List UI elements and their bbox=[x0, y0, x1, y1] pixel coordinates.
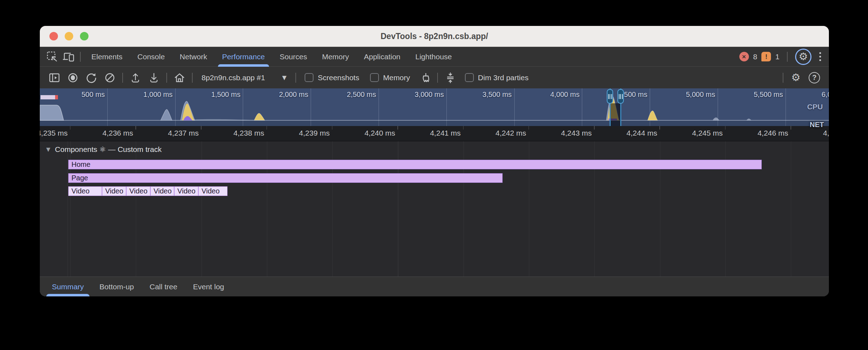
active-bottom-tab-underline bbox=[46, 294, 90, 297]
separator bbox=[295, 73, 296, 83]
ruler-labels: 4,235 ms4,236 ms4,237 ms4,238 ms4,239 ms… bbox=[40, 126, 829, 137]
ruler-label: 4,242 ms bbox=[464, 126, 529, 137]
issue-count: 1 bbox=[775, 53, 779, 61]
tab-lighthouse[interactable]: Lighthouse bbox=[408, 47, 459, 67]
ruler-label: 4,246 ms bbox=[725, 126, 791, 137]
timing-span-home[interactable]: Home bbox=[68, 160, 762, 169]
chevron-down-icon: ▼ bbox=[282, 74, 286, 81]
separator bbox=[80, 52, 81, 62]
ruler-label: 4,239 ms bbox=[267, 126, 332, 137]
track-row: VideoVideoVideoVideoVideoVideo bbox=[40, 186, 829, 196]
separator bbox=[783, 73, 783, 83]
screenshots-checkbox[interactable] bbox=[305, 73, 314, 82]
reload-record-icon[interactable] bbox=[83, 70, 100, 86]
memory-checkbox[interactable] bbox=[370, 73, 379, 82]
overview-clip: 500 ms1,000 ms1,500 ms2,000 ms2,500 ms3,… bbox=[40, 88, 829, 126]
tab-bottom-up[interactable]: Bottom-up bbox=[92, 277, 142, 297]
capture-settings-gear-icon[interactable]: ⚙ bbox=[788, 70, 804, 86]
track-row: Home bbox=[40, 160, 829, 169]
traffic-lights bbox=[49, 26, 89, 47]
status-badges: × 8 ! 1 ⚙ bbox=[739, 49, 825, 65]
net-lane-label: NET bbox=[810, 121, 824, 129]
clear-icon[interactable] bbox=[102, 70, 118, 86]
ruler-label: 4,244 ms bbox=[595, 126, 660, 137]
tab-network[interactable]: Network bbox=[172, 47, 215, 67]
devtools-window: DevTools - 8p2n9n.csb.app/ ElementsConso… bbox=[40, 26, 829, 296]
track-area[interactable]: ▼ Components ⚛ — Custom track HomePageVi… bbox=[40, 141, 829, 277]
help-icon[interactable]: ? bbox=[806, 70, 823, 86]
tab-elements[interactable]: Elements bbox=[84, 47, 130, 67]
tab-summary[interactable]: Summary bbox=[44, 277, 92, 297]
issues-badge-icon[interactable]: ! bbox=[761, 52, 771, 61]
screenshots-label: Screenshots bbox=[318, 73, 359, 82]
zoom-window-button[interactable] bbox=[80, 32, 89, 40]
toggle-sidebar-icon[interactable] bbox=[46, 70, 63, 86]
tab-sources[interactable]: Sources bbox=[272, 47, 315, 67]
separator bbox=[192, 73, 193, 83]
ruler-label: 4,238 ms bbox=[202, 126, 267, 137]
timing-span-video[interactable]: Video bbox=[150, 186, 174, 196]
tab-application[interactable]: Application bbox=[357, 47, 408, 67]
timing-span-video[interactable]: Video bbox=[102, 186, 126, 196]
close-window-button[interactable] bbox=[49, 32, 58, 40]
tab-memory[interactable]: Memory bbox=[315, 47, 357, 67]
error-count: 8 bbox=[753, 53, 757, 61]
time-ruler: 4,235 ms4,236 ms4,237 ms4,238 ms4,239 ms… bbox=[40, 126, 829, 141]
track-row: Page bbox=[40, 173, 829, 183]
active-tab-underline bbox=[218, 64, 269, 67]
upload-profile-icon[interactable] bbox=[127, 70, 144, 86]
ruler-label: 4,235 ms bbox=[40, 126, 70, 137]
garbage-collect-icon[interactable] bbox=[417, 70, 433, 86]
window-title: DevTools - 8p2n9n.csb.app/ bbox=[381, 32, 488, 41]
bottom-tab-bar: SummaryBottom-upCall treeEvent log bbox=[40, 277, 829, 296]
timeline-overview[interactable]: 500 ms1,000 ms1,500 ms2,000 ms2,500 ms3,… bbox=[40, 88, 829, 126]
timing-span-video[interactable]: Video bbox=[174, 186, 198, 196]
timing-span-video[interactable]: Video bbox=[198, 186, 227, 196]
titlebar: DevTools - 8p2n9n.csb.app/ bbox=[40, 26, 829, 47]
main-tabs: ElementsConsoleNetworkPerformanceSources… bbox=[84, 47, 459, 67]
download-profile-icon[interactable] bbox=[146, 70, 162, 86]
components-track-title: Components ⚛ — Custom track bbox=[55, 145, 162, 154]
ruler-label: 4,245 ms bbox=[660, 126, 725, 137]
main-tab-bar: ElementsConsoleNetworkPerformanceSources… bbox=[40, 47, 829, 67]
tab-call-tree[interactable]: Call tree bbox=[142, 277, 185, 297]
screenshots-checkbox-item[interactable]: Screenshots bbox=[305, 73, 359, 82]
dim-third-parties-checkbox-item[interactable]: Dim 3rd parties bbox=[465, 73, 529, 82]
settings-focus-ring: ⚙ bbox=[795, 49, 811, 65]
dim-third-parties-checkbox[interactable] bbox=[465, 73, 474, 82]
more-options-icon[interactable] bbox=[816, 52, 825, 61]
home-icon[interactable] bbox=[171, 70, 188, 86]
selection-right-handle[interactable] bbox=[617, 89, 624, 104]
device-toolbar-icon[interactable] bbox=[60, 49, 77, 65]
tab-performance[interactable]: Performance bbox=[215, 47, 272, 67]
ruler-label: 4,241 ms bbox=[398, 126, 464, 137]
disclosure-triangle-icon[interactable]: ▼ bbox=[46, 146, 50, 153]
performance-toolbar: 8p2n9n.csb.app #1 ▼ Screenshots Memory bbox=[40, 67, 829, 88]
selection-left-handle[interactable] bbox=[607, 89, 613, 104]
separator bbox=[787, 52, 788, 62]
selection-range-shade bbox=[610, 103, 621, 126]
collapse-sections-icon[interactable] bbox=[442, 70, 459, 86]
tab-event-log[interactable]: Event log bbox=[185, 277, 232, 297]
memory-label: Memory bbox=[383, 73, 410, 82]
tab-console[interactable]: Console bbox=[130, 47, 172, 67]
separator bbox=[166, 73, 167, 83]
memory-checkbox-item[interactable]: Memory bbox=[370, 73, 410, 82]
minimize-window-button[interactable] bbox=[65, 32, 73, 40]
separator bbox=[122, 73, 123, 83]
timing-span-video[interactable]: Video bbox=[68, 186, 102, 196]
dim-third-parties-label: Dim 3rd parties bbox=[478, 73, 529, 82]
ruler-label: 4,243 ms bbox=[529, 126, 594, 137]
cpu-lane-label: CPU bbox=[807, 103, 823, 111]
desktop-background: DevTools - 8p2n9n.csb.app/ ElementsConso… bbox=[0, 0, 868, 350]
settings-gear-icon[interactable]: ⚙ bbox=[799, 51, 808, 62]
timing-span-video[interactable]: Video bbox=[126, 186, 150, 196]
inspect-element-icon[interactable] bbox=[44, 49, 60, 65]
target-selector-dropdown[interactable]: 8p2n9n.csb.app #1 ▼ bbox=[196, 73, 292, 82]
bottom-tabs: SummaryBottom-upCall treeEvent log bbox=[44, 277, 232, 297]
components-track-header[interactable]: ▼ Components ⚛ — Custom track bbox=[40, 141, 829, 154]
record-icon[interactable] bbox=[65, 70, 81, 86]
ruler-label: 4,240 ms bbox=[332, 126, 398, 137]
error-badge-icon[interactable]: × bbox=[739, 52, 749, 61]
timing-span-page[interactable]: Page bbox=[68, 173, 503, 183]
